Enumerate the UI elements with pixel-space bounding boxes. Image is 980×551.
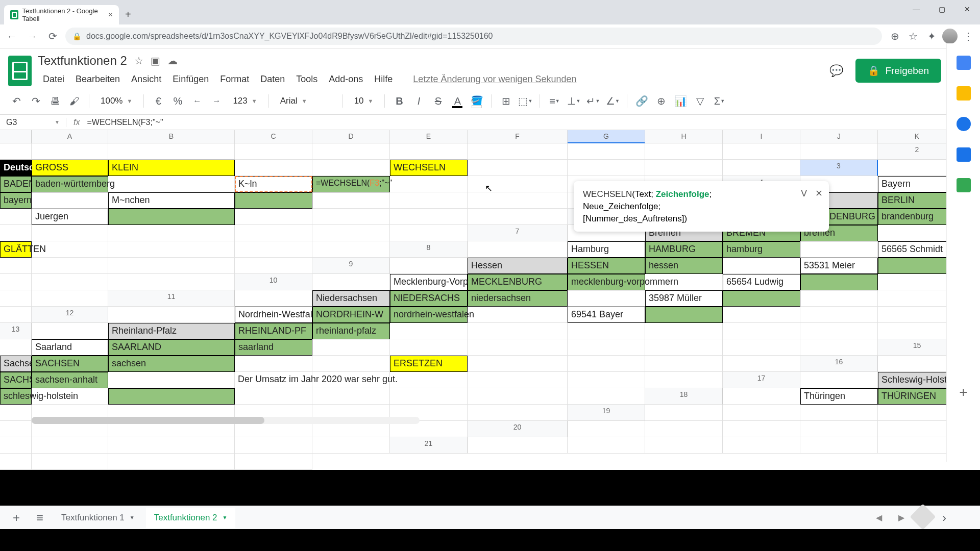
cell-A12[interactable] bbox=[108, 307, 235, 323]
cell-J10[interactable] bbox=[0, 290, 32, 307]
cell-I21[interactable] bbox=[32, 454, 108, 470]
row-header-3[interactable]: 3 bbox=[800, 160, 878, 176]
cell-B20[interactable] bbox=[645, 421, 723, 437]
cell-J21[interactable] bbox=[108, 454, 235, 470]
cell-C2[interactable]: GROSS bbox=[32, 160, 108, 176]
paint-format-button[interactable]: 🖌 bbox=[66, 93, 83, 109]
cell-I17[interactable] bbox=[390, 388, 468, 405]
cell-C13[interactable]: RHEINLAND-PF bbox=[235, 323, 312, 339]
cell-E11[interactable] bbox=[568, 290, 645, 307]
cell-D12[interactable]: nordrhein-westfalen bbox=[390, 307, 468, 323]
cell-J17[interactable] bbox=[468, 388, 568, 405]
cell-A10[interactable] bbox=[312, 274, 390, 290]
sheet-nav-left[interactable]: ◀ bbox=[869, 508, 889, 528]
share-button[interactable]: 🔒 Freigeben bbox=[855, 59, 941, 83]
cell-B12[interactable]: Nordrhein-Westfalen bbox=[235, 307, 312, 323]
cell-J16[interactable] bbox=[568, 372, 645, 388]
new-tab-button[interactable]: + bbox=[125, 9, 131, 20]
cell-H11[interactable] bbox=[800, 290, 878, 307]
print-button[interactable]: 🖶 bbox=[47, 93, 63, 109]
cell-D1[interactable] bbox=[235, 143, 312, 160]
cell-B13[interactable]: Rheinland-Pfalz bbox=[108, 323, 235, 339]
menu-datei[interactable]: Datei bbox=[38, 71, 69, 88]
cell-E17[interactable] bbox=[32, 388, 108, 405]
menu-icon[interactable]: ⋮ bbox=[961, 29, 976, 44]
cell-H14[interactable] bbox=[568, 339, 645, 356]
menu-format[interactable]: Format bbox=[215, 71, 254, 88]
cell-D3[interactable]: baden-württemberg bbox=[32, 176, 108, 192]
currency-button[interactable]: € bbox=[150, 93, 166, 109]
menu-tools[interactable]: Tools bbox=[291, 71, 323, 88]
cell-G7[interactable]: GLÄTTEN bbox=[0, 241, 32, 258]
explore-button[interactable] bbox=[910, 504, 936, 530]
cell-E14[interactable] bbox=[312, 339, 390, 356]
cell-C5[interactable]: BERLIN bbox=[878, 192, 957, 209]
cell-H1[interactable] bbox=[568, 143, 645, 160]
cell-E21[interactable] bbox=[800, 437, 878, 454]
cell-G9[interactable] bbox=[878, 258, 957, 274]
cell-A13[interactable] bbox=[32, 323, 108, 339]
calendar-addon-icon[interactable] bbox=[957, 56, 971, 70]
cell-F12[interactable]: 69541 Bayer bbox=[568, 307, 645, 323]
cell-B18[interactable]: Thüringen bbox=[800, 388, 878, 405]
cell-C11[interactable]: NIEDERSACHS bbox=[390, 290, 468, 307]
all-sheets-button[interactable]: ≡ bbox=[30, 508, 50, 528]
forward-button[interactable]: → bbox=[24, 29, 40, 44]
cell-D10[interactable]: mecklenburg-vorpommern bbox=[568, 274, 645, 290]
cell-D17[interactable]: schleswig-holstein bbox=[0, 388, 32, 405]
column-header-H[interactable]: H bbox=[645, 130, 723, 143]
cell-E4[interactable] bbox=[32, 192, 108, 209]
column-header-E[interactable]: E bbox=[390, 130, 468, 143]
row-header-8[interactable]: 8 bbox=[390, 241, 468, 258]
cell-K9[interactable] bbox=[108, 274, 235, 290]
number-format-select[interactable]: 123▼ bbox=[228, 96, 262, 106]
column-header-B[interactable]: B bbox=[108, 130, 235, 143]
cell-K5[interactable] bbox=[468, 209, 568, 225]
cell-F6[interactable] bbox=[0, 225, 32, 241]
column-header-G[interactable]: G bbox=[568, 130, 645, 143]
cell-D2[interactable]: KLEIN bbox=[108, 160, 235, 176]
cell-K7[interactable] bbox=[312, 241, 390, 258]
italic-button[interactable]: I bbox=[410, 93, 427, 109]
cell-D16[interactable]: sachsen-anhalt bbox=[32, 372, 108, 388]
cell-F10[interactable]: 65654 Ludwig bbox=[723, 274, 800, 290]
cell-G3[interactable]: =WECHSELN(F3;"~" bbox=[312, 176, 390, 192]
cell-E8[interactable] bbox=[800, 241, 878, 258]
cell-A8[interactable] bbox=[468, 241, 568, 258]
cell-H13[interactable] bbox=[645, 323, 723, 339]
bookmark-icon[interactable]: ☆ bbox=[905, 29, 921, 44]
chart-button[interactable]: 📊 bbox=[672, 93, 689, 109]
cell-K16[interactable] bbox=[645, 372, 723, 388]
last-edit-link[interactable]: Letzte Änderung vor wenigen Sekunden bbox=[408, 71, 581, 88]
cell-B4[interactable]: Bayern bbox=[878, 176, 957, 192]
sheet-nav-right[interactable]: ▶ bbox=[891, 508, 912, 528]
cell-G12[interactable] bbox=[645, 307, 723, 323]
cell-G1[interactable] bbox=[468, 143, 568, 160]
cell-J15[interactable] bbox=[645, 356, 723, 372]
cell-B1[interactable] bbox=[32, 143, 108, 160]
cell-K1[interactable] bbox=[800, 143, 878, 160]
row-header-18[interactable]: 18 bbox=[645, 388, 723, 405]
cell-K21[interactable] bbox=[235, 454, 312, 470]
menu-addons[interactable]: Add-ons bbox=[324, 71, 368, 88]
cell-A3[interactable] bbox=[878, 160, 957, 176]
cell-K20[interactable] bbox=[312, 437, 390, 454]
cell-D11[interactable]: niedersachsen bbox=[468, 290, 568, 307]
cell-I1[interactable] bbox=[645, 143, 723, 160]
cell-E12[interactable] bbox=[468, 307, 568, 323]
contacts-addon-icon[interactable] bbox=[957, 147, 971, 162]
cell-J13[interactable] bbox=[800, 323, 878, 339]
cell-F11[interactable]: 35987 Müller bbox=[645, 290, 723, 307]
browser-tab[interactable]: Textfunktionen 2 - Google Tabell × bbox=[4, 5, 119, 24]
menu-einfuegen[interactable]: Einfügen bbox=[167, 71, 214, 88]
formula-input[interactable]: =WECHSELN(F3;"~" bbox=[87, 118, 980, 127]
tooltip-expand-icon[interactable]: ᐯ bbox=[801, 187, 807, 200]
cell-B19[interactable] bbox=[723, 405, 800, 421]
cell-F19[interactable] bbox=[0, 421, 32, 437]
cell-H17[interactable] bbox=[312, 388, 390, 405]
cell-K10[interactable] bbox=[32, 290, 108, 307]
row-header-13[interactable]: 13 bbox=[0, 323, 32, 339]
cell-I5[interactable] bbox=[312, 209, 390, 225]
cell-B21[interactable] bbox=[568, 437, 645, 454]
cell-K2[interactable] bbox=[723, 160, 800, 176]
